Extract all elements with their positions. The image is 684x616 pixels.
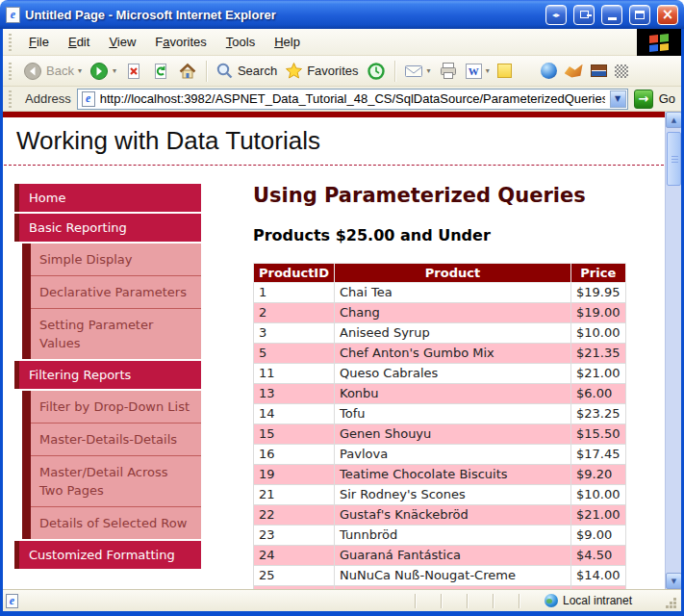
vertical-scrollbar[interactable]: ▲ ▼ [665, 112, 681, 589]
sidebar-item-master-detail-across-two-pages[interactable]: Master/Detail Across Two Pages [31, 456, 201, 507]
standard-buttons-toolbar: Back ▾ ▾ [3, 56, 681, 87]
forward-button[interactable]: ▾ [86, 60, 120, 83]
status-page-icon: e [6, 594, 18, 608]
messenger-button[interactable] [494, 62, 516, 80]
sidebar-item-filter-by-drop-down-list[interactable]: Filter by Drop-Down List [31, 391, 201, 424]
mail-icon [404, 64, 423, 79]
addon-research-button[interactable] [587, 63, 611, 79]
scroll-up-button[interactable]: ▲ [666, 112, 681, 128]
security-zone-label: Local intranet [563, 594, 632, 607]
toolbar-separator-2 [394, 61, 395, 82]
stop-button[interactable] [120, 60, 147, 83]
page-viewport: Working with Data Tutorials HomeBasic Re… [3, 112, 681, 589]
back-dropdown-icon: ▾ [78, 66, 82, 75]
scroll-down-button[interactable]: ▼ [666, 573, 681, 589]
left-right-arrows-icon: ◂▸ [552, 11, 560, 19]
edit-dropdown-icon: ▾ [486, 66, 490, 75]
table-row: 13Konbu$6.00 [254, 384, 626, 404]
table-body: 1Chai Tea$19.952Chang$19.003Aniseed Syru… [254, 283, 626, 590]
product-id-cell: 16 [254, 445, 335, 465]
search-icon [215, 62, 234, 80]
sidebar-item-details-of-selected-row[interactable]: Details of Selected Row [31, 507, 201, 539]
status-separator [415, 594, 416, 608]
minimize-button[interactable] [601, 5, 622, 25]
refresh-button[interactable] [147, 60, 174, 83]
product-id-cell: 19 [254, 465, 335, 485]
url-text[interactable]: http://localhost:3982/ASPNET_Data_Tutori… [100, 91, 605, 106]
address-grip[interactable] [9, 90, 12, 108]
product-name-cell: Chef Anton's Gumbo Mix [335, 344, 571, 364]
product-id-cell: 5 [254, 344, 335, 364]
favorites-star-icon [285, 62, 303, 80]
menu-item-edit[interactable]: Edit [59, 31, 99, 53]
history-button[interactable] [363, 60, 390, 83]
url-page-icon: e [82, 91, 95, 107]
price-cell: $21.00 [571, 505, 626, 526]
price-cell: $19.95 [571, 283, 626, 303]
price-cell: $19.00 [571, 303, 626, 323]
minimize-icon [608, 17, 617, 20]
price-cell: $9.20 [571, 465, 626, 485]
blue-sphere-icon [541, 63, 557, 79]
window-arrow-icon [580, 11, 589, 18]
resize-grip[interactable] [673, 605, 676, 608]
product-id-cell: 25 [254, 566, 335, 586]
sidebar-item-basic-reporting[interactable]: Basic Reporting [14, 214, 201, 242]
menu-item-help[interactable]: Help [265, 31, 310, 53]
close-button[interactable]: × [657, 5, 678, 25]
back-button[interactable]: Back ▾ [19, 60, 86, 83]
product-name-cell: Pavlova [335, 445, 571, 465]
favorites-button[interactable]: Favorites [281, 60, 362, 82]
go-button[interactable]: → [634, 90, 653, 109]
sidebar-item-filtering-reports[interactable]: Filtering Reports [14, 361, 201, 389]
toolbar-grip[interactable] [9, 34, 12, 51]
home-button[interactable] [174, 60, 201, 83]
sidebar-menu: HomeBasic ReportingSimple DisplayDeclara… [14, 184, 201, 589]
mail-button[interactable]: ▾ [400, 62, 435, 81]
addon-fragment-button[interactable] [611, 63, 632, 80]
addon-fox-button[interactable] [561, 63, 587, 80]
address-dropdown-button[interactable]: ▼ [610, 90, 626, 108]
price-cell: $6.00 [571, 384, 626, 404]
table-row: 31Gorgonzola Telino$12.50 [254, 586, 626, 590]
product-id-cell: 3 [254, 323, 335, 344]
price-cell: $12.50 [571, 586, 626, 590]
menu-item-tools[interactable]: Tools [216, 31, 265, 53]
menu-item-favorites[interactable]: Favorites [145, 31, 215, 53]
content-columns: HomeBasic ReportingSimple DisplayDeclara… [3, 184, 665, 589]
toolbar-grip-2[interactable] [9, 63, 12, 80]
sidebar-item-customized-formatting[interactable]: Customized Formatting [14, 541, 201, 569]
price-cell: $21.00 [571, 364, 626, 384]
scrollbar-thumb[interactable] [667, 132, 681, 186]
browser-window: e Untitled Page - Microsoft Internet Exp… [0, 0, 684, 616]
site-title: Working with Data Tutorials [16, 126, 665, 156]
product-name-cell: Chai Tea [335, 283, 571, 303]
main-content: Using Parameterized Queries Products $25… [201, 184, 665, 589]
product-name-cell: Tunnbröd [335, 526, 571, 546]
page-content: Working with Data Tutorials HomeBasic Re… [3, 112, 665, 589]
maximize-button[interactable] [629, 5, 650, 25]
quick-tabs-button[interactable]: ◂▸ [545, 5, 567, 25]
pop-out-window-button[interactable] [573, 5, 595, 25]
edit-with-word-button[interactable]: W ▾ [462, 62, 494, 81]
table-row: 22Gustaf's Knäckebröd$21.00 [254, 505, 626, 526]
table-row: 16Pavlova$17.45 [254, 445, 626, 465]
sidebar-item-home[interactable]: Home [14, 184, 201, 212]
addon-sphere-button[interactable] [537, 61, 561, 81]
menu-item-view[interactable]: View [99, 31, 145, 53]
address-field[interactable]: e http://localhost:3982/ASPNET_Data_Tuto… [77, 89, 628, 110]
sidebar-item-declarative-parameters[interactable]: Declarative Parameters [31, 276, 201, 309]
column-header-productid: ProductID [254, 264, 335, 283]
throbber [637, 29, 681, 56]
table-row: 1Chai Tea$19.95 [254, 283, 626, 303]
sidebar-item-simple-display[interactable]: Simple Display [31, 244, 201, 276]
sidebar-item-setting-parameter-values[interactable]: Setting Parameter Values [31, 309, 201, 359]
sidebar-item-master-details-details[interactable]: Master-Details-Details [31, 424, 201, 456]
search-button[interactable]: Search [212, 60, 281, 82]
status-separator [493, 594, 494, 608]
product-id-cell: 24 [254, 546, 335, 566]
print-button[interactable] [435, 60, 462, 82]
price-cell: $10.00 [571, 485, 626, 505]
product-id-cell: 15 [254, 424, 335, 445]
menu-item-file[interactable]: File [19, 31, 59, 53]
